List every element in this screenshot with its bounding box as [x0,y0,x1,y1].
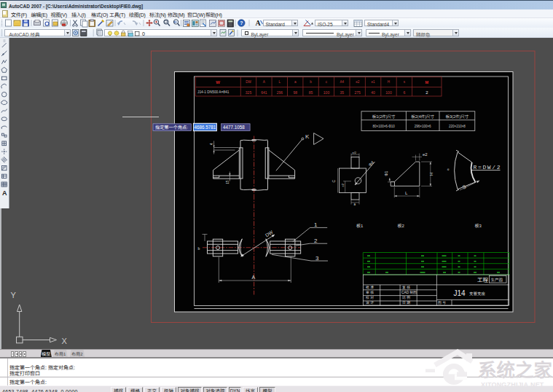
svg-text:15: 15 [225,179,230,184]
svg-text:A: A [256,19,262,27]
svg-text:图 号: 图 号 [438,299,446,305]
svg-text:批 准: 批 准 [366,284,374,289]
svg-text:3: 3 [315,253,319,261]
svg-text:X: X [62,337,68,345]
svg-text:板1: 板1 [356,222,364,228]
svg-text:板3: 板3 [475,222,482,228]
svg-text:Y: Y [11,290,17,299]
svg-text:工程: 工程 [477,275,488,283]
svg-text:1: 1 [314,219,318,227]
svg-text:设 计: 设 计 [366,299,374,305]
svg-text:生产图: 生产图 [491,277,503,283]
svg-text:比 例: 比 例 [402,294,410,299]
svg-text:e2: e2 [423,151,428,157]
svg-text:审 核: 审 核 [366,289,374,294]
svg-text:L: L [279,79,281,84]
svg-text:板2: 板2 [398,222,405,228]
svg-text:275: 275 [355,89,361,94]
svg-text:2: 2 [314,235,318,243]
svg-text:J14: J14 [454,289,466,297]
svg-text:H: H [388,79,390,84]
svg-text:CAD 制图: CAD 制图 [401,289,417,294]
svg-text:e2: e2 [340,183,345,187]
svg-text:e/2: e/2 [353,150,357,154]
svg-text:0: 0 [142,31,145,36]
svg-text:4477.1058: 4477.1058 [223,125,245,130]
svg-text:日 期: 日 期 [402,299,410,305]
svg-text:A4: A4 [340,79,344,84]
svg-text:6: 6 [404,89,406,94]
svg-text:校 对: 校 对 [366,294,374,299]
svg-text:R=DW/2: R=DW/2 [474,164,501,170]
svg-text:J14-1 DN500 A=841: J14-1 DN500 A=841 [197,89,230,94]
svg-text:H: H [428,172,434,175]
svg-text:e1: e1 [372,79,376,84]
svg-text:325: 325 [246,89,252,94]
svg-text:a: a [294,79,297,84]
svg-text:板1(2件)尺寸: 板1(2件)尺寸 [372,113,396,119]
svg-text:4686.5781: 4686.5781 [195,125,216,130]
svg-text:支管支座: 支管支座 [469,290,486,296]
svg-text:K: K [305,131,310,139]
svg-text:e2: e2 [356,79,360,84]
svg-text:Φ1: Φ1 [383,170,388,176]
svg-text:100: 100 [323,89,330,94]
svg-text:A: A [252,273,256,281]
svg-text:296×100×6: 296×100×6 [415,124,431,128]
svg-text:指定第一个角点:: 指定第一个角点: [155,124,188,130]
svg-text:A: A [2,189,7,197]
svg-text:100: 100 [385,89,392,94]
svg-text:296: 296 [277,89,283,94]
svg-text:85: 85 [309,89,313,94]
svg-text:80×100×6-Φ10: 80×100×6-Φ10 [373,124,396,128]
svg-text:641: 641 [261,89,267,94]
svg-text:b: b [198,245,200,250]
svg-text:?: ? [240,19,243,26]
svg-text:220×210×8: 220×210×8 [449,124,466,128]
svg-text:M: M [425,79,429,85]
svg-text:b: b [310,79,312,84]
svg-text:98: 98 [293,89,297,94]
svg-text:板3(2件)尺寸: 板3(2件)尺寸 [446,113,469,119]
svg-text:DW: DW [246,79,251,84]
svg-text:板2(4件)尺寸: 板2(4件)尺寸 [411,113,434,119]
svg-text:35: 35 [340,89,345,94]
svg-text:C: C [331,179,336,182]
svg-text:40: 40 [371,89,375,94]
svg-text:W: W [216,79,220,85]
